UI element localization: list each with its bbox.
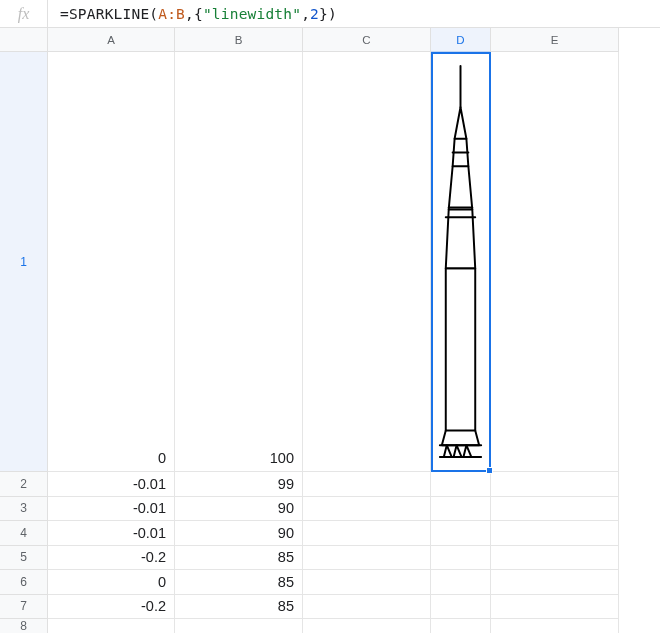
cell-value: 90: [278, 500, 294, 516]
cell-value: -0.01: [133, 500, 166, 516]
cell-value: -0.01: [133, 525, 166, 541]
row-header-3[interactable]: 3: [0, 497, 48, 522]
formula-option-val: 2: [310, 6, 319, 22]
cell-D7[interactable]: [431, 595, 491, 620]
svg-rect-3: [446, 268, 475, 430]
cell-B4[interactable]: 90: [175, 521, 303, 546]
row-header-8[interactable]: 8: [0, 619, 48, 633]
column-header-A[interactable]: A: [48, 28, 175, 52]
cell-A1[interactable]: 0: [48, 52, 175, 472]
cell-value: -0.01: [133, 476, 166, 492]
cell-B7[interactable]: 85: [175, 595, 303, 620]
cell-D1[interactable]: [431, 52, 491, 472]
formula-open-brace: {: [194, 6, 203, 22]
cell-D4[interactable]: [431, 521, 491, 546]
formula-bar: fx =SPARKLINE(A:B,{"linewidth",2}): [0, 0, 660, 28]
column-header-E[interactable]: E: [491, 28, 619, 52]
cell-C3[interactable]: [303, 497, 431, 522]
cell-E1[interactable]: [491, 52, 619, 472]
cell-C7[interactable]: [303, 595, 431, 620]
cell-B6[interactable]: 85: [175, 570, 303, 595]
cell-C5[interactable]: [303, 546, 431, 571]
formula-comma2: ,: [301, 6, 310, 22]
column-header-row: A B C D E: [0, 28, 660, 52]
cell-D8[interactable]: [431, 619, 491, 633]
column-header-D[interactable]: D: [431, 28, 491, 52]
cell-B5[interactable]: 85: [175, 546, 303, 571]
cell-D5[interactable]: [431, 546, 491, 571]
row-headers: 1 2 3 4 5 6 7 8: [0, 52, 48, 633]
cell-C6[interactable]: [303, 570, 431, 595]
cell-value: 90: [278, 525, 294, 541]
cell-C8[interactable]: [303, 619, 431, 633]
cell-A4[interactable]: -0.01: [48, 521, 175, 546]
cell-value: 0: [158, 450, 166, 466]
cell-A8[interactable]: [48, 619, 175, 633]
column-header-B[interactable]: B: [175, 28, 303, 52]
row-header-5[interactable]: 5: [0, 546, 48, 571]
cell-E5[interactable]: [491, 546, 619, 571]
sparkline-rocket-icon: [433, 56, 488, 467]
cell-E3[interactable]: [491, 497, 619, 522]
cell-E6[interactable]: [491, 570, 619, 595]
cell-value: 85: [278, 598, 294, 614]
cell-B8[interactable]: [175, 619, 303, 633]
cell-B2[interactable]: 99: [175, 472, 303, 497]
cell-B3[interactable]: 90: [175, 497, 303, 522]
select-all-corner[interactable]: [0, 28, 48, 52]
cell-E7[interactable]: [491, 595, 619, 620]
cell-C4[interactable]: [303, 521, 431, 546]
row-header-2[interactable]: 2: [0, 472, 48, 497]
cell-D3[interactable]: [431, 497, 491, 522]
cell-B1[interactable]: 100: [175, 52, 303, 472]
cell-D6[interactable]: [431, 570, 491, 595]
cell-E4[interactable]: [491, 521, 619, 546]
row-header-6[interactable]: 6: [0, 570, 48, 595]
formula-close-brace: }: [319, 6, 328, 22]
formula-open-paren: (: [149, 6, 158, 22]
formula-close-paren: ): [328, 6, 337, 22]
cell-value: 99: [278, 476, 294, 492]
cell-A6[interactable]: 0: [48, 570, 175, 595]
cell-value: -0.2: [141, 598, 166, 614]
formula-input[interactable]: =SPARKLINE(A:B,{"linewidth",2}): [48, 6, 337, 22]
column-header-C[interactable]: C: [303, 28, 431, 52]
row-header-1[interactable]: 1: [0, 52, 48, 472]
cell-E2[interactable]: [491, 472, 619, 497]
cell-A3[interactable]: -0.01: [48, 497, 175, 522]
formula-range: A:B: [158, 6, 185, 22]
cell-value: 85: [278, 549, 294, 565]
cell-C1[interactable]: [303, 52, 431, 472]
cell-value: -0.2: [141, 549, 166, 565]
spreadsheet: A B C D E 1 2 3 4 5 6 7 8 0: [0, 28, 660, 633]
cell-value: 0: [158, 574, 166, 590]
cell-A2[interactable]: -0.01: [48, 472, 175, 497]
cell-value: 100: [270, 450, 294, 466]
row-header-7[interactable]: 7: [0, 595, 48, 620]
formula-func: SPARKLINE: [69, 6, 149, 22]
cell-A5[interactable]: -0.2: [48, 546, 175, 571]
cell-value: 85: [278, 574, 294, 590]
formula-option-key: "linewidth": [203, 6, 301, 22]
fx-icon: fx: [0, 0, 48, 27]
cell-E8[interactable]: [491, 619, 619, 633]
formula-comma: ,: [185, 6, 194, 22]
formula-eq: =: [60, 6, 69, 22]
cell-grid[interactable]: 0 100: [48, 52, 660, 633]
cell-A7[interactable]: -0.2: [48, 595, 175, 620]
cell-C2[interactable]: [303, 472, 431, 497]
cell-D2[interactable]: [431, 472, 491, 497]
row-header-4[interactable]: 4: [0, 521, 48, 546]
